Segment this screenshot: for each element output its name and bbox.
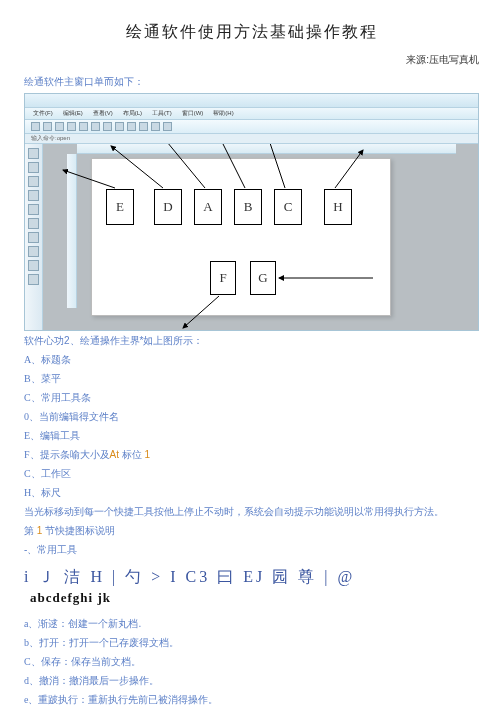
ops-item: b、打开：打开一个已存废得文档。 [24, 633, 479, 652]
side-tool-icon [28, 148, 39, 159]
ss-body: E D A B C H F G [25, 144, 478, 330]
legend-text: 标题条 [41, 354, 71, 365]
menu-item: 查看(V) [91, 109, 115, 118]
legend-label: C、 [24, 392, 41, 403]
ops-item: e、重跛执行：重新执行先前已被消得操作。 [24, 690, 479, 709]
ops-label: C、 [24, 656, 41, 667]
side-tool-icon [28, 190, 39, 201]
legend-label: 0、 [24, 411, 39, 422]
legend-text: 提示条喻大小及 [40, 449, 110, 460]
toolbar-icon [163, 122, 172, 131]
menu-item: 帮助(H) [211, 109, 235, 118]
glyph-line-1: i Ｊ 洁 H | 勺 > I C3 曰 EJ 园 尊 | @ [24, 567, 479, 588]
toolbar-icon [79, 122, 88, 131]
note-line: 当光标移动到每一个快捷工具按他上停止不动时，系统会自动提示功能说明以常用得执行方… [24, 502, 479, 521]
side-tool-icon [28, 204, 39, 215]
ss-titlebar [25, 94, 478, 108]
ops-text: 保存：保存当前文档。 [41, 656, 141, 667]
ss-toolbar [25, 120, 478, 134]
toolbar-icon [127, 122, 136, 131]
menu-item: 文件(F) [31, 109, 55, 118]
legend-text: 当前编辑得文件名 [39, 411, 119, 422]
note-pre: 第 [24, 525, 37, 536]
ss-ruler-h [77, 144, 456, 154]
legend-tail: 标位 [119, 449, 145, 460]
toolbar-icon [139, 122, 148, 131]
label-box-B: B [234, 189, 262, 225]
section-lead: 绘通软件主窗口单而如下： [24, 75, 479, 89]
legend-label: C、 [24, 468, 41, 479]
toolbar-icon [31, 122, 40, 131]
label-box-G: G [250, 261, 276, 295]
menu-item: 窗口(W) [180, 109, 206, 118]
legend-accent: 1 [145, 449, 151, 460]
legend-label: F、 [24, 449, 40, 460]
ss-canvas-wrap: E D A B C H F G [43, 144, 478, 330]
toolbar-icon [103, 122, 112, 131]
ss-sidetools [25, 144, 43, 330]
legend-label: E、 [24, 430, 40, 441]
menu-item: 布局(L) [121, 109, 144, 118]
ops-item: a、渐逑：创建一个新丸档. [24, 614, 479, 633]
legend-item: C、工作区 [24, 464, 479, 483]
ss-status: 输入命令:open [25, 134, 478, 144]
legend-text: 标尺 [41, 487, 61, 498]
ss-menubar: 文件(F) 编辑(E) 查看(V) 布局(L) 工具(T) 窗口(W) 帮助(H… [25, 108, 478, 120]
toolbar-icon [91, 122, 100, 131]
ops-label: d、 [24, 675, 39, 686]
legend-item: E、编辑工具 [24, 426, 479, 445]
ss-canvas: E D A B C H F G [91, 158, 391, 316]
toolbar-icon [43, 122, 52, 131]
legend-item: C、常用工具条 [24, 388, 479, 407]
label-box-C: C [274, 189, 302, 225]
toolbar-icon [67, 122, 76, 131]
toolbar-icon [55, 122, 64, 131]
ops-text: 重跛执行：重新执行先前已被消得操作。 [38, 694, 218, 705]
legend-accent: At [110, 449, 119, 460]
label-box-F: F [210, 261, 236, 295]
legend-text: 菜平 [41, 373, 61, 384]
side-tool-icon [28, 176, 39, 187]
legend-item: 0、当前编辑得文件名 [24, 407, 479, 426]
glyph-line-2: abcdefghi jk [30, 590, 479, 606]
toolbar-icon [115, 122, 124, 131]
label-box-E: E [106, 189, 134, 225]
ops-label: e、 [24, 694, 38, 705]
legend-label: A、 [24, 354, 41, 365]
legend-label: B、 [24, 373, 41, 384]
ops-label: a、 [24, 618, 38, 629]
side-tool-icon [28, 260, 39, 271]
side-tool-icon [28, 232, 39, 243]
legend-item: H、标尺 [24, 483, 479, 502]
page-title: 绘通软件使用方法基础操作教程 [24, 22, 479, 43]
note-post: 节快捷图标说明 [42, 525, 115, 536]
ss-ruler-v [67, 154, 77, 308]
caption: 软件心功2、绘通操作主界*如上图所示： [24, 331, 479, 350]
label-box-A: A [194, 189, 222, 225]
ops-text: 打开：打开一个已存废得文档。 [39, 637, 179, 648]
legend-text: 编辑工具 [40, 430, 80, 441]
legend-text: 工作区 [41, 468, 71, 479]
side-tool-icon [28, 274, 39, 285]
side-tool-icon [28, 162, 39, 173]
ops-item: C、保存：保存当前文档。 [24, 652, 479, 671]
ops-label: b、 [24, 637, 39, 648]
legend-label: H、 [24, 487, 41, 498]
legend-item: B、菜平 [24, 369, 479, 388]
label-box-H: H [324, 189, 352, 225]
legend-item: F、提示条喻大小及At 标位 1 [24, 445, 479, 464]
ops-text: 渐逑：创建一个新丸档. [38, 618, 141, 629]
menu-item: 工具(T) [150, 109, 174, 118]
legend-item: A、标题条 [24, 350, 479, 369]
side-tool-icon [28, 246, 39, 257]
side-tool-icon [28, 218, 39, 229]
menu-item: 编辑(E) [61, 109, 85, 118]
note-line: 第 1 节快捷图标说明 [24, 521, 479, 540]
label-box-D: D [154, 189, 182, 225]
toolbar-icon [151, 122, 160, 131]
source-label: 来源:压电写真机 [24, 53, 479, 67]
ops-item: d、撤消：撤消最后一步操作。 [24, 671, 479, 690]
ops-text: 撤消：撤消最后一步操作。 [39, 675, 159, 686]
screenshot-panel: 文件(F) 编辑(E) 查看(V) 布局(L) 工具(T) 窗口(W) 帮助(H… [24, 93, 479, 331]
note-line: -、常用工具 [24, 540, 479, 559]
